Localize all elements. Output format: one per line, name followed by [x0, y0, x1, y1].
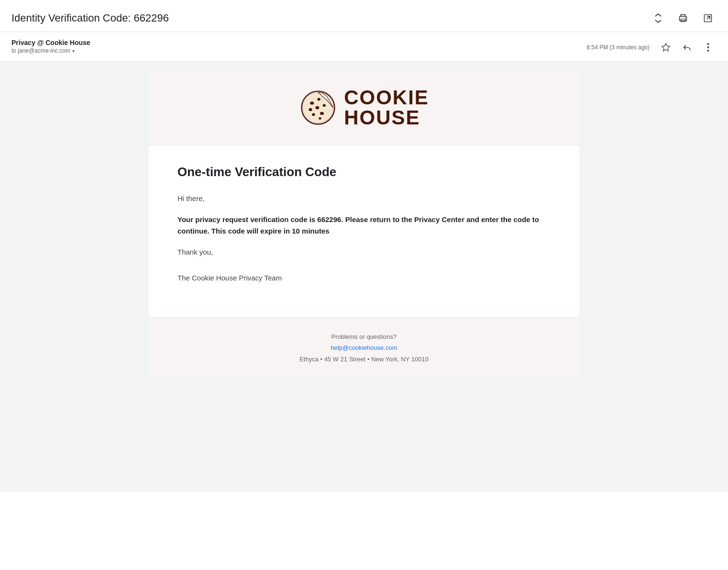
thanks-text: Thank you,: [177, 246, 551, 258]
help-email-link[interactable]: help@cookiehouse.com: [331, 344, 397, 351]
email-subject: Identity Verification Code: 662296: [11, 12, 169, 24]
svg-point-15: [320, 112, 324, 115]
team-signature: The Cookie House Privacy Team: [177, 272, 551, 284]
prev-next-button[interactable]: [650, 10, 667, 27]
footer-problems-text: Problems or questions?: [158, 331, 570, 342]
print-icon: [678, 13, 688, 23]
more-options-button[interactable]: [699, 39, 717, 56]
footer-address: Ethyca • 45 W 21 Street • New York, NY 1…: [158, 354, 570, 365]
sender-row: Privacy @ Cookie House to jane@acme-inc.…: [0, 32, 728, 61]
email-footer: Problems or questions? help@cookiehouse.…: [149, 317, 579, 378]
email-heading: One-time Verification Code: [177, 165, 551, 179]
print-button[interactable]: [674, 10, 692, 27]
email-content: One-time Verification Code Hi there, You…: [149, 145, 579, 317]
house-word: HOUSE: [344, 108, 429, 128]
cookie-word: COOKIE: [344, 88, 429, 108]
cookie-icon: [299, 89, 337, 127]
star-button[interactable]: [657, 39, 674, 56]
email-body: COOKIE HOUSE One-time Verification Code …: [149, 70, 579, 378]
reply-icon: [682, 43, 692, 52]
svg-point-11: [318, 98, 320, 101]
svg-point-4: [707, 43, 709, 45]
more-options-icon: [707, 43, 709, 52]
greeting-text: Hi there,: [177, 193, 551, 204]
popout-icon: [703, 13, 713, 23]
sender-name: Privacy @ Cookie House: [11, 39, 90, 46]
svg-point-17: [319, 117, 321, 120]
verification-message: Your privacy request verification code i…: [177, 214, 551, 237]
svg-point-14: [312, 113, 315, 116]
svg-point-13: [316, 106, 320, 109]
cookie-house-text: COOKIE HOUSE: [344, 88, 429, 128]
svg-point-5: [707, 46, 709, 48]
sender-to[interactable]: to jane@acme-inc.com ▾: [11, 47, 90, 54]
logo-banner: COOKIE HOUSE: [149, 70, 579, 145]
cookie-logo: COOKIE HOUSE: [299, 88, 429, 128]
sender-to-dropdown-icon[interactable]: ▾: [72, 48, 75, 54]
svg-point-16: [323, 104, 326, 107]
header-actions: [650, 10, 717, 27]
svg-point-6: [707, 50, 709, 52]
sender-info: Privacy @ Cookie House to jane@acme-inc.…: [11, 39, 90, 54]
svg-point-10: [310, 101, 314, 104]
svg-point-12: [309, 108, 312, 111]
sender-actions: 6:54 PM (3 minutes ago): [587, 39, 717, 56]
prev-next-icon: [653, 13, 663, 23]
email-body-wrapper: COOKIE HOUSE One-time Verification Code …: [0, 61, 728, 492]
popout-button[interactable]: [699, 10, 717, 27]
star-icon: [661, 43, 671, 52]
svg-point-2: [685, 18, 686, 19]
reply-button[interactable]: [678, 39, 695, 56]
email-timestamp: 6:54 PM (3 minutes ago): [587, 44, 650, 51]
